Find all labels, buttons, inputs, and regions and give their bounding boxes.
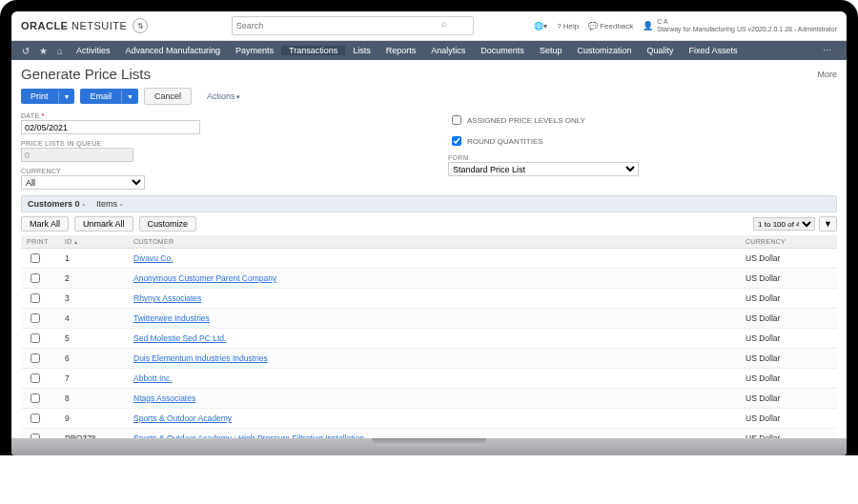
main-nav: ↺ ★ ⌂ ActivitiesAdvanced ManufacturingPa… <box>11 41 847 60</box>
customize-button[interactable]: Customize <box>139 216 197 232</box>
customer-link[interactable]: Abbott Inc. <box>133 373 173 383</box>
round-quantities-field[interactable]: ROUND QUANTITIES <box>448 133 639 149</box>
global-search[interactable]: ⌕ <box>232 16 451 35</box>
form-field: FORM Standard Price List <box>448 154 639 176</box>
print-button[interactable]: Print▼ <box>21 89 74 104</box>
nav-payments[interactable]: Payments <box>228 46 281 55</box>
queue-field: PRICE LISTS IN QUEUE <box>21 140 200 162</box>
pager-caret-icon[interactable]: ▼ <box>819 216 837 232</box>
date-label: DATE <box>21 112 200 119</box>
row-id: 9 <box>59 409 128 429</box>
customer-link[interactable]: Sports & Outdoor Academy : High Pressure… <box>133 433 364 438</box>
more-link[interactable]: More <box>817 70 837 79</box>
unmark-all-button[interactable]: Unmark All <box>74 216 133 232</box>
page-title: Generate Price Lists <box>21 66 151 82</box>
row-print-checkbox[interactable] <box>31 273 40 283</box>
subtabs: Customers 0 Items <box>21 195 837 212</box>
row-id: 3 <box>59 289 128 309</box>
row-currency: US Dollar <box>740 429 837 439</box>
table-row: PRO378Sports & Outdoor Academy : High Pr… <box>21 429 837 439</box>
table-row: 3Rhynyx AssociatesUS Dollar <box>21 289 837 309</box>
nav-customization[interactable]: Customization <box>569 46 639 55</box>
customer-link[interactable]: Rhynyx Associates <box>133 293 201 303</box>
history-icon[interactable]: ↺ <box>17 46 34 56</box>
mark-all-button[interactable]: Mark All <box>21 216 69 232</box>
row-print-checkbox[interactable] <box>31 433 40 438</box>
row-print-checkbox[interactable] <box>31 353 40 363</box>
nav-lists[interactable]: Lists <box>345 46 378 55</box>
row-print-checkbox[interactable] <box>31 313 40 323</box>
search-input[interactable] <box>232 16 474 35</box>
row-print-checkbox[interactable] <box>31 333 40 343</box>
customer-table: PRINT ID CUSTOMER CURRENCY 1Divavu Co.US… <box>21 235 837 438</box>
tab-customers[interactable]: Customers 0 <box>28 199 85 209</box>
table-row: 4Twitterwire IndustriesUS Dollar <box>21 309 837 329</box>
row-currency: US Dollar <box>740 409 837 429</box>
account-menu[interactable]: 👤 C A Starway for Manufacturing US v2020… <box>643 18 837 32</box>
role-switch-icon[interactable]: ⇅ <box>133 18 148 33</box>
nav-setup[interactable]: Setup <box>532 46 570 55</box>
favorites-icon[interactable]: ★ <box>34 46 51 56</box>
row-id: 2 <box>59 269 128 289</box>
row-print-checkbox[interactable] <box>31 393 40 403</box>
nav-advanced-manufacturing[interactable]: Advanced Manufacturing <box>118 46 229 55</box>
home-icon[interactable]: ⌂ <box>51 46 69 56</box>
row-id: PRO378 <box>59 429 128 439</box>
table-row: 8Ntags AssociatesUS Dollar <box>21 389 837 409</box>
nav-activities[interactable]: Activities <box>69 46 118 55</box>
table-row: 1Divavu Co.US Dollar <box>21 249 837 269</box>
nav-fixed-assets[interactable]: Fixed Assets <box>681 46 745 55</box>
col-customer[interactable]: CUSTOMER <box>128 235 740 249</box>
round-checkbox[interactable] <box>452 136 461 146</box>
date-field: DATE <box>21 112 200 134</box>
customer-link[interactable]: Ntags Associates <box>133 393 195 403</box>
row-id: 6 <box>59 349 128 369</box>
feedback-link[interactable]: 💬 Feedback <box>588 22 633 30</box>
currency-select[interactable]: All <box>21 175 145 190</box>
language-icon[interactable]: 🌐▾ <box>534 22 547 30</box>
form-select[interactable]: Standard Price List <box>448 162 639 176</box>
nav-quality[interactable]: Quality <box>639 46 681 55</box>
brand-logo: ORACLE NETSUITE <box>21 20 127 31</box>
row-currency: US Dollar <box>740 329 837 349</box>
queue-label: PRICE LISTS IN QUEUE <box>21 140 200 147</box>
customer-link[interactable]: Sed Molestie Sed PC Ltd. <box>133 333 226 343</box>
nav-documents[interactable]: Documents <box>473 46 532 55</box>
assigned-checkbox[interactable] <box>452 115 461 125</box>
help-link[interactable]: ? Help <box>557 22 579 30</box>
nav-transactions[interactable]: Transactions <box>281 46 345 55</box>
assigned-levels-field[interactable]: ASSIGNED PRICE LEVELS ONLY <box>448 112 639 128</box>
form-label: FORM <box>448 154 639 161</box>
email-button[interactable]: Email▼ <box>80 89 137 104</box>
customer-link[interactable]: Sports & Outdoor Academy <box>133 413 232 423</box>
actions-menu[interactable]: Actions <box>207 91 240 101</box>
customer-link[interactable]: Twitterwire Industries <box>133 313 210 323</box>
row-print-checkbox[interactable] <box>31 413 40 423</box>
nav-analytics[interactable]: Analytics <box>423 46 473 55</box>
cancel-button[interactable]: Cancel <box>144 88 192 105</box>
row-id: 4 <box>59 309 128 329</box>
col-id[interactable]: ID <box>59 235 128 249</box>
row-print-checkbox[interactable] <box>31 293 40 303</box>
col-currency[interactable]: CURRENCY <box>740 235 837 249</box>
nav-reports[interactable]: Reports <box>378 46 424 55</box>
col-print[interactable]: PRINT <box>21 235 59 249</box>
date-input[interactable] <box>21 120 200 134</box>
row-id: 8 <box>59 389 128 409</box>
row-currency: US Dollar <box>740 249 837 269</box>
table-row: 9Sports & Outdoor AcademyUS Dollar <box>21 409 837 429</box>
page-range-select[interactable]: 1 to 100 of 415 <box>753 217 815 231</box>
account-role: Starway for Manufacturing US v2020.2.0.1… <box>657 26 837 33</box>
customer-link[interactable]: Duis Elementum Industries Industries <box>133 353 268 363</box>
row-currency: US Dollar <box>740 369 837 389</box>
tab-items[interactable]: Items <box>96 199 122 209</box>
nav-overflow-icon[interactable]: ⋯ <box>813 46 841 55</box>
table-row: 2Anonymous Customer Parent CompanyUS Dol… <box>21 269 837 289</box>
currency-label: CURRENCY <box>21 168 200 174</box>
customer-link[interactable]: Divavu Co. <box>133 253 174 263</box>
row-currency: US Dollar <box>740 349 837 369</box>
row-print-checkbox[interactable] <box>31 373 40 383</box>
row-print-checkbox[interactable] <box>31 253 40 263</box>
search-icon[interactable]: ⌕ <box>441 18 447 29</box>
customer-link[interactable]: Anonymous Customer Parent Company <box>133 273 276 283</box>
